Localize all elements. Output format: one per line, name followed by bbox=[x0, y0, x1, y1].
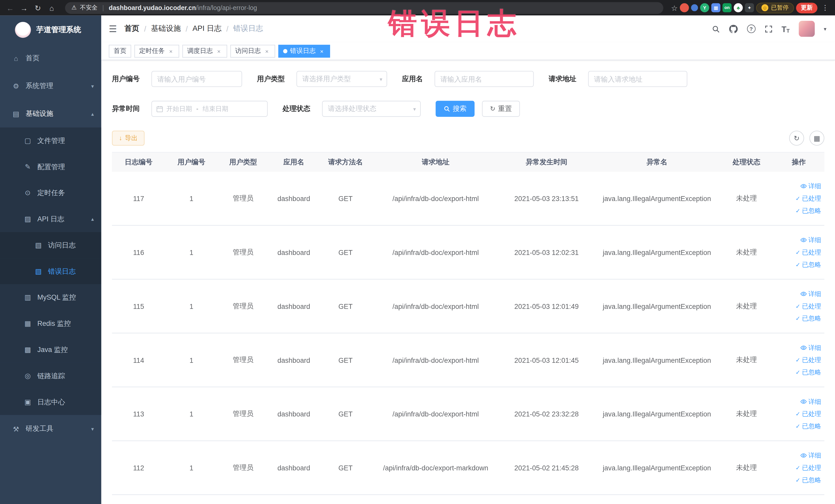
processed-link[interactable]: ✓已处理 bbox=[795, 409, 821, 418]
sidebar-item-redis-monitor[interactable]: ▦ Redis 监控 bbox=[0, 310, 101, 337]
sidebar-item-home[interactable]: ⌂ 首页 bbox=[0, 44, 101, 72]
ignored-link[interactable]: ✓已忽略 bbox=[795, 422, 821, 430]
user-id-input[interactable] bbox=[151, 71, 242, 87]
ignored-link[interactable]: ✓已忽略 bbox=[795, 476, 821, 484]
sidebar-item-system[interactable]: ⚙ 系统管理 ▾ bbox=[0, 72, 101, 100]
processed-link[interactable]: ✓已处理 bbox=[795, 356, 821, 365]
ignored-link[interactable]: ✓已忽略 bbox=[795, 314, 821, 323]
browser-reload-icon[interactable]: ↻ bbox=[32, 2, 44, 14]
close-icon[interactable]: × bbox=[167, 47, 174, 55]
avatar-caret-icon[interactable]: ▾ bbox=[824, 26, 826, 32]
sidebar-item-infrastructure[interactable]: ▤ 基础设施 ▴ bbox=[0, 100, 101, 127]
extension-icon-2[interactable] bbox=[691, 4, 698, 11]
sidebar-item-api-log[interactable]: ▨ API 日志 ▴ bbox=[0, 206, 101, 232]
tag-access-log[interactable]: 访问日志× bbox=[230, 44, 275, 57]
processed-link[interactable]: ✓已处理 bbox=[795, 302, 821, 311]
cell-actions: 详细 ✓已处理 ✓已忽略 bbox=[773, 172, 824, 225]
detail-link[interactable]: 详细 bbox=[800, 451, 821, 460]
app-logo[interactable]: 芋道管理系统 bbox=[0, 15, 101, 44]
font-size-icon[interactable]: TT bbox=[781, 24, 790, 33]
navbar-actions: ? TT ▾ bbox=[712, 21, 827, 37]
cell-user-type: 管理员 bbox=[218, 226, 269, 279]
sidebar-item-access-log[interactable]: ▧ 访问日志 bbox=[0, 232, 101, 258]
processed-link[interactable]: ✓已处理 bbox=[795, 194, 821, 203]
ignored-link[interactable]: ✓已忽略 bbox=[795, 260, 821, 269]
app-name-input[interactable] bbox=[434, 71, 534, 87]
processed-link[interactable]: ✓已处理 bbox=[795, 463, 821, 472]
process-status-select[interactable]: 请选择处理状态 ▾ bbox=[322, 101, 421, 117]
extension-icon-5[interactable]: on bbox=[722, 3, 732, 12]
column-settings-button[interactable]: ▦ bbox=[809, 131, 824, 146]
sidebar-item-java-monitor[interactable]: ▩ Java 监控 bbox=[0, 337, 101, 363]
table-toolbar: ↓ 导出 ↻ ▦ bbox=[112, 131, 824, 146]
sidebar-item-mysql-monitor[interactable]: ▥ MySQL 监控 bbox=[0, 284, 101, 310]
sidebar-item-file-management[interactable]: ▢ 文件管理 bbox=[0, 127, 101, 154]
search-icon[interactable] bbox=[712, 25, 720, 33]
browser-menu-icon[interactable]: ⋮ bbox=[820, 4, 831, 12]
browser-update-button[interactable]: 更新 bbox=[796, 2, 817, 13]
extension-icon-3[interactable]: Y bbox=[700, 3, 709, 12]
hamburger-icon[interactable]: ☰ bbox=[109, 23, 117, 35]
address-bar[interactable]: ⚠ 不安全 | dashboard.yudao.iocoder.cn/infra… bbox=[65, 2, 664, 14]
extension-icon-6[interactable]: ♣ bbox=[734, 3, 742, 12]
request-url-input[interactable] bbox=[588, 71, 687, 87]
ignored-link[interactable]: ✓已忽略 bbox=[795, 368, 821, 377]
processed-link[interactable]: ✓已处理 bbox=[795, 248, 821, 257]
tag-home[interactable]: 首页 bbox=[109, 44, 131, 57]
cell-actions: 详细 ✓已处理 ✓已忽略 bbox=[773, 280, 824, 333]
detail-link[interactable]: 详细 bbox=[800, 236, 821, 244]
close-icon[interactable]: × bbox=[318, 47, 325, 55]
detail-link[interactable]: 详细 bbox=[800, 343, 821, 352]
api-log-icon: ▨ bbox=[23, 215, 32, 223]
browser-forward-icon[interactable]: → bbox=[18, 2, 30, 14]
github-icon[interactable] bbox=[729, 24, 738, 33]
sidebar-item-scheduled-tasks[interactable]: ⊙ 定时任务 bbox=[0, 180, 101, 206]
tag-dispatch-log[interactable]: 调度日志× bbox=[182, 44, 227, 57]
sidebar-item-dev-tools[interactable]: ⚒ 研发工具 ▾ bbox=[0, 415, 101, 443]
tag-scheduled-tasks[interactable]: 定时任务× bbox=[134, 44, 179, 57]
export-button[interactable]: ↓ 导出 bbox=[112, 131, 144, 146]
detail-link[interactable]: 详细 bbox=[800, 397, 821, 406]
extension-icon-1[interactable] bbox=[680, 3, 689, 12]
cell-user-type: 管理员 bbox=[218, 280, 269, 333]
sidebar-item-log-center[interactable]: ▣ 日志中心 bbox=[0, 389, 101, 415]
help-icon[interactable]: ? bbox=[747, 25, 755, 33]
check-icon: ✓ bbox=[795, 303, 800, 310]
sidebar-item-trace[interactable]: ◎ 链路追踪 bbox=[0, 363, 101, 389]
cell-user-id: 1 bbox=[165, 441, 218, 495]
user-avatar[interactable] bbox=[799, 21, 815, 37]
profile-paused-button[interactable]: ☺ 已暂停 bbox=[756, 2, 794, 13]
cell-time: 2021-05-02 21:45:28 bbox=[499, 441, 594, 495]
breadcrumb-home[interactable]: 首页 bbox=[124, 24, 139, 33]
fullscreen-icon[interactable] bbox=[765, 25, 772, 33]
cell-actions: 详细 ✓已处理 ✓已忽略 bbox=[773, 441, 824, 495]
sidebar-item-error-log[interactable]: ▧ 错误日志 bbox=[0, 258, 101, 284]
column-header: 请求方法名 bbox=[319, 153, 372, 172]
refresh-button[interactable]: ↻ bbox=[789, 131, 804, 146]
detail-link[interactable]: 详细 bbox=[800, 182, 821, 190]
cell-time: 2021-05-03 12:02:31 bbox=[499, 226, 594, 279]
reset-button[interactable]: ↻ 重置 bbox=[482, 101, 520, 117]
detail-link[interactable]: 详细 bbox=[800, 289, 821, 298]
chevron-down-icon: ▾ bbox=[91, 83, 94, 89]
search-button[interactable]: 搜索 bbox=[435, 101, 475, 117]
breadcrumb: 首页 / 基础设施 / API 日志 / 错误日志 bbox=[124, 24, 263, 33]
browser-back-icon[interactable]: ← bbox=[4, 2, 16, 14]
extension-icon-4[interactable]: ▦ bbox=[711, 3, 720, 12]
browser-home-icon[interactable]: ⌂ bbox=[46, 2, 58, 14]
edit-icon: ✎ bbox=[23, 163, 32, 171]
close-icon[interactable]: × bbox=[216, 47, 222, 55]
date-end-placeholder[interactable]: 结束日期 bbox=[203, 104, 228, 113]
download-icon: ↓ bbox=[119, 134, 122, 142]
tag-error-log[interactable]: 错误日志× bbox=[278, 44, 330, 57]
user-type-select[interactable]: 请选择用户类型 ▾ bbox=[297, 71, 387, 87]
check-icon: ✓ bbox=[795, 207, 800, 214]
close-icon[interactable]: × bbox=[263, 47, 270, 55]
date-range-picker[interactable]: 开始日期 - 结束日期 bbox=[151, 101, 268, 117]
bookmark-star-icon[interactable]: ☆ bbox=[671, 4, 678, 12]
extension-icon-7[interactable]: ✦ bbox=[745, 3, 754, 12]
sidebar: 芋道管理系统 ⌂ 首页 ⚙ 系统管理 ▾ ▤ 基础设施 ▴ ▢ 文件管理 ✎ bbox=[0, 15, 101, 504]
date-start-placeholder[interactable]: 开始日期 bbox=[166, 104, 192, 113]
ignored-link[interactable]: ✓已忽略 bbox=[795, 206, 821, 215]
sidebar-item-config-management[interactable]: ✎ 配置管理 bbox=[0, 154, 101, 180]
